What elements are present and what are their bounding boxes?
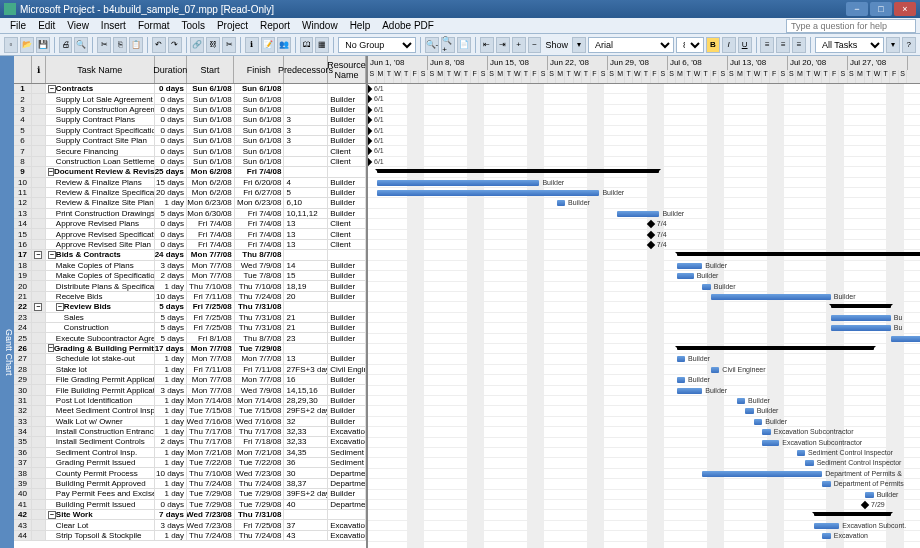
- row-id[interactable]: 36: [14, 448, 32, 457]
- redo-icon[interactable]: ↷: [168, 37, 182, 53]
- start-cell[interactable]: Thu 7/10/08: [187, 468, 235, 477]
- res-cell[interactable]: [328, 84, 366, 93]
- pred-cell[interactable]: 21: [284, 313, 328, 322]
- autofilter-icon[interactable]: ▾: [886, 37, 900, 53]
- menu-window[interactable]: Window: [296, 20, 344, 31]
- duration-cell[interactable]: 0 days: [155, 500, 187, 509]
- outline-toggle-icon[interactable]: −: [48, 251, 56, 259]
- duration-cell[interactable]: 10 days: [155, 468, 187, 477]
- res-cell[interactable]: Builder: [328, 94, 366, 103]
- task-name-cell[interactable]: Install Sediment Controls: [46, 437, 155, 446]
- row-id[interactable]: 1: [14, 84, 32, 93]
- bold-icon[interactable]: B: [706, 37, 720, 53]
- gantt-chart[interactable]: Jun 1, '08Jun 8, '08Jun 15, '08Jun 22, '…: [368, 56, 920, 548]
- res-cell[interactable]: Builder: [328, 417, 366, 426]
- finish-cell[interactable]: Thu 7/24/08: [235, 531, 285, 540]
- save-icon[interactable]: 💾: [36, 37, 50, 53]
- table-row[interactable]: 17−− Bids & Contracts24 daysMon 7/7/08Th…: [14, 250, 366, 260]
- row-id[interactable]: 21: [14, 292, 32, 301]
- start-cell[interactable]: Tue 7/29/08: [187, 489, 235, 498]
- res-cell[interactable]: Client: [328, 240, 366, 249]
- res-cell[interactable]: Builder: [328, 385, 366, 394]
- table-row[interactable]: 30File Building Permit Application3 days…: [14, 385, 366, 395]
- pred-cell[interactable]: 4: [284, 178, 328, 187]
- task-name-cell[interactable]: Sediment Control Insp.: [46, 448, 155, 457]
- table-row[interactable]: 10Review & Finalize Plans15 daysMon 6/2/…: [14, 178, 366, 188]
- pred-cell[interactable]: [284, 157, 328, 166]
- hide-sub-icon[interactable]: −: [528, 37, 542, 53]
- pred-cell[interactable]: 6,10: [284, 198, 328, 207]
- row-id[interactable]: 3: [14, 105, 32, 114]
- menu-adobe-pdf[interactable]: Adobe PDF: [376, 20, 440, 31]
- task-name-cell[interactable]: File Building Permit Application: [46, 385, 155, 394]
- start-cell[interactable]: Sun 6/1/08: [187, 136, 235, 145]
- task-name-cell[interactable]: County Permit Process: [46, 468, 155, 477]
- collapse-icon[interactable]: −: [34, 303, 42, 311]
- finish-cell[interactable]: Tue 7/29/08: [235, 500, 285, 509]
- res-cell[interactable]: Builder: [328, 323, 366, 332]
- finish-cell[interactable]: Thu 7/10/08: [235, 281, 285, 290]
- table-row[interactable]: 3Supply Construction Agreement0 daysSun …: [14, 105, 366, 115]
- res-cell[interactable]: Builder: [328, 209, 366, 218]
- preview-icon[interactable]: 🔍: [74, 37, 88, 53]
- row-id[interactable]: 39: [14, 479, 32, 488]
- finish-cell[interactable]: Fri 6/20/08: [235, 178, 285, 187]
- show-sub-icon[interactable]: +: [512, 37, 526, 53]
- start-cell[interactable]: Fri 8/1/08: [187, 333, 235, 342]
- table-row[interactable]: 11Review & Finalize Specifications20 day…: [14, 188, 366, 198]
- summary-bar[interactable]: [677, 252, 920, 256]
- task-name-cell[interactable]: Building Permit Approved: [46, 479, 155, 488]
- duration-cell[interactable]: 0 days: [155, 126, 187, 135]
- duration-cell[interactable]: 1 day: [155, 396, 187, 405]
- table-row[interactable]: 5Supply Contract Specifications0 daysSun…: [14, 126, 366, 136]
- col-id[interactable]: [14, 56, 32, 83]
- row-id[interactable]: 24: [14, 323, 32, 332]
- res-cell[interactable]: Excavation Sub: [328, 427, 366, 436]
- pred-cell[interactable]: [284, 344, 328, 353]
- font-select[interactable]: Arial: [588, 37, 674, 53]
- finish-cell[interactable]: Sun 6/1/08: [235, 126, 285, 135]
- paste-icon[interactable]: 📋: [129, 37, 143, 53]
- start-cell[interactable]: Fri 7/25/08: [187, 302, 235, 311]
- summary-bar[interactable]: [814, 512, 891, 516]
- res-cell[interactable]: Builder: [328, 406, 366, 415]
- table-row[interactable]: 44Strip Topsoil & Stockpile1 dayThu 7/24…: [14, 531, 366, 541]
- pred-cell[interactable]: 5: [284, 188, 328, 197]
- task-name-cell[interactable]: Approve Revised Site Plan: [46, 240, 155, 249]
- pred-cell[interactable]: [284, 84, 328, 93]
- task-name-cell[interactable]: Sales: [46, 313, 155, 322]
- res-cell[interactable]: Builder: [328, 261, 366, 270]
- table-row[interactable]: 38County Permit Process10 daysThu 7/10/0…: [14, 468, 366, 478]
- pred-cell[interactable]: 20: [284, 292, 328, 301]
- task-bar[interactable]: [754, 419, 763, 425]
- finish-cell[interactable]: Mon 7/21/08: [235, 448, 285, 457]
- table-row[interactable]: 15Approve Revised Specifications0 daysFr…: [14, 229, 366, 239]
- start-cell[interactable]: Mon 6/2/08: [187, 188, 235, 197]
- duration-cell[interactable]: 2 days: [155, 437, 187, 446]
- task-name-cell[interactable]: Supply Contract Specifications: [46, 126, 155, 135]
- duration-cell[interactable]: 5 days: [155, 209, 187, 218]
- row-id[interactable]: 38: [14, 468, 32, 477]
- table-row[interactable]: 18Make Copies of Plans3 daysMon 7/7/08We…: [14, 261, 366, 271]
- notes-icon[interactable]: 📝: [261, 37, 275, 53]
- duration-cell[interactable]: 24 days: [155, 250, 187, 259]
- duration-cell[interactable]: 17 days: [155, 344, 187, 353]
- start-cell[interactable]: Fri 7/25/08: [187, 323, 235, 332]
- res-cell[interactable]: Civil Engineer: [328, 365, 366, 374]
- task-name-cell[interactable]: Supply Construction Agreement: [46, 105, 155, 114]
- pred-cell[interactable]: 13: [284, 240, 328, 249]
- row-id[interactable]: 8: [14, 157, 32, 166]
- table-row[interactable]: 31Post Lot Identification1 dayMon 7/14/0…: [14, 396, 366, 406]
- duration-cell[interactable]: 1 day: [155, 531, 187, 540]
- row-id[interactable]: 30: [14, 385, 32, 394]
- row-id[interactable]: 2: [14, 94, 32, 103]
- col-indicator[interactable]: ℹ: [32, 56, 46, 83]
- table-row[interactable]: 12Review & Finalize Site Plan1 dayMon 6/…: [14, 198, 366, 208]
- finish-cell[interactable]: Mon 7/7/08: [235, 375, 285, 384]
- row-id[interactable]: 17: [14, 250, 32, 259]
- finish-cell[interactable]: Tue 7/15/08: [235, 406, 285, 415]
- duration-cell[interactable]: 5 days: [155, 313, 187, 322]
- duration-cell[interactable]: 3 days: [155, 520, 187, 529]
- finish-cell[interactable]: Fri 7/4/08: [235, 209, 285, 218]
- start-cell[interactable]: Wed 7/23/08: [187, 510, 235, 519]
